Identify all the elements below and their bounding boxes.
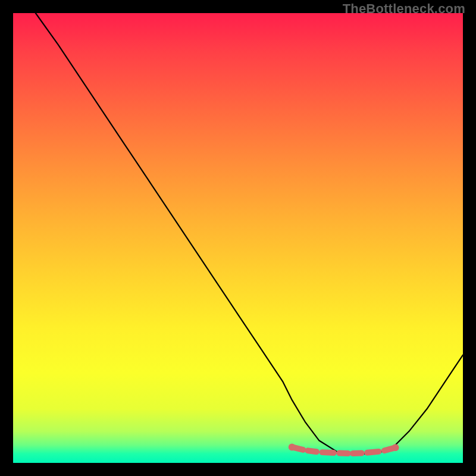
highlight-segment [308,450,317,452]
highlight-segment [322,452,334,453]
highlight-segment [367,452,378,453]
bottleneck-curve [36,13,463,454]
chart-frame: TheBottleneck.com [0,0,476,476]
highlight-segment [384,448,393,450]
highlight-segment [295,447,303,449]
highlight-endpoint [392,444,399,451]
highlight-endpoint [289,444,296,451]
plot-area [13,13,463,463]
highlight-band [289,444,399,453]
chart-svg [13,13,463,463]
